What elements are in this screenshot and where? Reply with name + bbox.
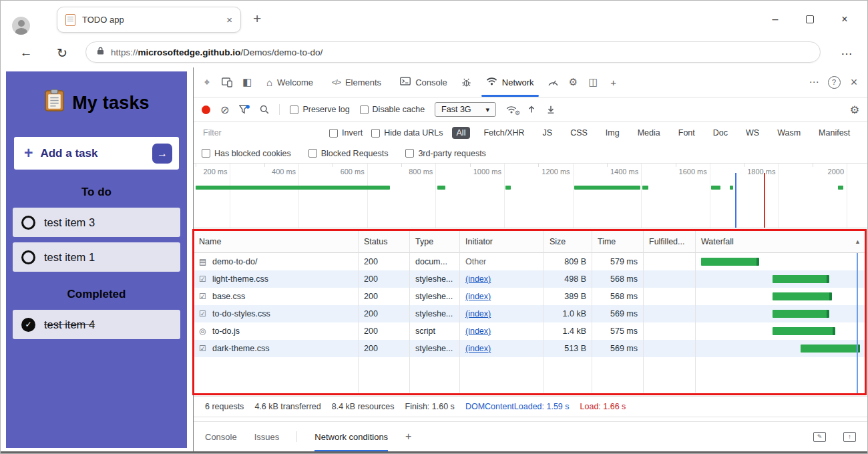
- settings-gear-icon[interactable]: ⚙: [564, 72, 583, 92]
- task-checkbox-checked[interactable]: ✓: [21, 318, 35, 332]
- new-tab-icon[interactable]: +: [253, 11, 261, 27]
- bug-icon[interactable]: [457, 72, 476, 92]
- drawer-tab-network-conditions[interactable]: Network conditions: [314, 422, 388, 451]
- column-header-size[interactable]: Size: [544, 231, 592, 253]
- network-conditions-icon[interactable]: ⚙: [506, 105, 517, 114]
- browser-menu-icon[interactable]: …: [841, 44, 853, 58]
- task-item[interactable]: test item 3: [13, 208, 180, 237]
- request-row[interactable]: ☑base.css 200 styleshe... (index) 389 B …: [194, 288, 867, 305]
- initiator-link[interactable]: (index): [465, 344, 491, 353]
- close-devtools-icon[interactable]: ×: [845, 72, 863, 92]
- back-icon[interactable]: ←: [17, 43, 35, 62]
- blocked-requests-checkbox[interactable]: Blocked Requests: [308, 149, 389, 158]
- help-icon[interactable]: ?: [825, 72, 843, 92]
- filter-pill[interactable]: Manifest: [814, 127, 855, 139]
- drawer-add-tab-icon[interactable]: +: [405, 422, 411, 451]
- tab-close-icon[interactable]: ×: [226, 14, 232, 25]
- request-row[interactable]: ☑to-do-styles.css 200 styleshe... (index…: [194, 305, 867, 322]
- drawer-tab-console[interactable]: Console: [205, 422, 237, 451]
- filter-pill[interactable]: JS: [538, 127, 558, 139]
- dock-panel-icon[interactable]: ◧: [238, 72, 256, 92]
- add-task-row[interactable]: + Add a task →: [14, 137, 179, 170]
- close-window-icon[interactable]: ×: [827, 10, 862, 29]
- has-blocked-cookies-checkbox[interactable]: Has blocked cookies: [202, 149, 291, 158]
- network-settings-gear-icon[interactable]: ⚙: [850, 103, 859, 116]
- column-header-waterfall[interactable]: Waterfall ▲: [696, 231, 867, 253]
- task-checkbox[interactable]: [21, 216, 35, 230]
- network-overview[interactable]: 200 ms400 ms600 ms800 ms1000 ms1200 ms14…: [194, 164, 867, 228]
- task-checkbox[interactable]: [21, 250, 35, 264]
- import-har-icon[interactable]: [527, 105, 536, 114]
- filter-pill[interactable]: WS: [741, 127, 764, 139]
- initiator-link[interactable]: (index): [465, 326, 491, 336]
- column-header-initiator[interactable]: Initiator: [460, 231, 544, 253]
- drawer-tab-issues[interactable]: Issues: [254, 422, 280, 451]
- overview-request-segment: [711, 186, 720, 190]
- initiator-link[interactable]: (index): [465, 292, 491, 301]
- filter-pill-all[interactable]: All: [452, 127, 471, 139]
- url-text: https://microsoftedge.github.io/Demos/de…: [111, 47, 322, 57]
- todo-favicon-icon: [65, 14, 75, 26]
- filter-pill[interactable]: Img: [601, 127, 624, 139]
- filter-pill[interactable]: Wasm: [773, 127, 805, 139]
- more-tools-add-icon[interactable]: +: [604, 72, 623, 92]
- initiator-link[interactable]: (index): [465, 274, 491, 284]
- tab-welcome[interactable]: ⌂ Welcome: [258, 67, 322, 97]
- filter-input[interactable]: [202, 128, 312, 138]
- load-time: Load: 1.66 s: [580, 402, 626, 411]
- browser-tab[interactable]: TODO app ×: [57, 7, 241, 33]
- performance-icon[interactable]: [544, 72, 563, 92]
- throttling-select[interactable]: Fast 3G ▾: [435, 102, 496, 117]
- filter-pill[interactable]: Font: [674, 127, 700, 139]
- tab-console[interactable]: Console: [391, 67, 456, 97]
- hide-data-urls-checkbox[interactable]: Hide data URLs: [371, 128, 443, 138]
- column-header-name[interactable]: Name: [194, 231, 359, 253]
- third-party-requests-checkbox[interactable]: 3rd-party requests: [405, 149, 485, 158]
- device-emulation-icon[interactable]: [218, 72, 236, 92]
- filter-pill[interactable]: CSS: [566, 127, 592, 139]
- filter-pill[interactable]: Other: [863, 127, 868, 139]
- open-panel-icon[interactable]: ↑: [843, 432, 856, 442]
- console-icon: [400, 77, 411, 87]
- search-icon[interactable]: [260, 105, 269, 114]
- export-har-icon[interactable]: [546, 105, 556, 114]
- add-task-submit-button[interactable]: →: [152, 144, 172, 164]
- clear-icon[interactable]: ⊘: [220, 103, 229, 116]
- profile-avatar[interactable]: [12, 17, 30, 35]
- devtools-menu-icon[interactable]: ⋯: [805, 72, 823, 92]
- preserve-log-checkbox[interactable]: Preserve log: [290, 105, 349, 114]
- filter-pill[interactable]: Doc: [708, 127, 732, 139]
- inspect-icon[interactable]: ⌖: [198, 72, 216, 92]
- ruler-gridline: [573, 164, 574, 228]
- task-item[interactable]: test item 1: [13, 242, 180, 272]
- page-viewport: My tasks + Add a task → To do test item …: [1, 67, 193, 451]
- layout-panel-icon[interactable]: ◫: [584, 72, 603, 92]
- filter-pill[interactable]: Fetch/XHR: [479, 127, 529, 139]
- divider: [279, 104, 280, 115]
- invert-checkbox[interactable]: Invert: [329, 128, 363, 138]
- record-button[interactable]: [202, 105, 210, 114]
- tab-network[interactable]: Network: [477, 67, 543, 97]
- initiator-link[interactable]: (index): [465, 309, 491, 318]
- remote-devices-icon[interactable]: ✎: [813, 432, 826, 442]
- minimize-icon[interactable]: –: [758, 10, 793, 29]
- request-row[interactable]: ☑light-theme.css 200 styleshe... (index)…: [194, 270, 867, 288]
- column-header-status[interactable]: Status: [359, 231, 410, 253]
- url-field[interactable]: https://microsoftedge.github.io/Demos/de…: [85, 41, 821, 63]
- lock-icon[interactable]: [97, 46, 104, 58]
- filter-funnel-icon[interactable]: [239, 105, 250, 114]
- disable-cache-checkbox[interactable]: Disable cache: [360, 105, 425, 114]
- request-row[interactable]: ▤demo-to-do/ 200 docum... Other 809 B 57…: [194, 253, 867, 270]
- reload-icon[interactable]: ↻: [53, 43, 71, 62]
- tab-elements[interactable]: </> Elements: [323, 67, 390, 97]
- request-row[interactable]: ◎to-do.js 200 script (index) 1.4 kB 575 …: [194, 322, 867, 340]
- column-header-time[interactable]: Time: [592, 231, 644, 253]
- request-row[interactable]: ☑dark-theme.css 200 styleshe... (index) …: [194, 340, 867, 357]
- column-header-fulfilled[interactable]: Fulfilled...: [644, 231, 696, 253]
- ruler-minor-tick: [333, 164, 333, 167]
- task-item-completed[interactable]: ✓ test item 4: [13, 310, 180, 339]
- checkbox-box: [202, 149, 210, 158]
- column-header-type[interactable]: Type: [410, 231, 460, 253]
- maximize-icon[interactable]: [793, 10, 827, 29]
- filter-pill[interactable]: Media: [633, 127, 665, 139]
